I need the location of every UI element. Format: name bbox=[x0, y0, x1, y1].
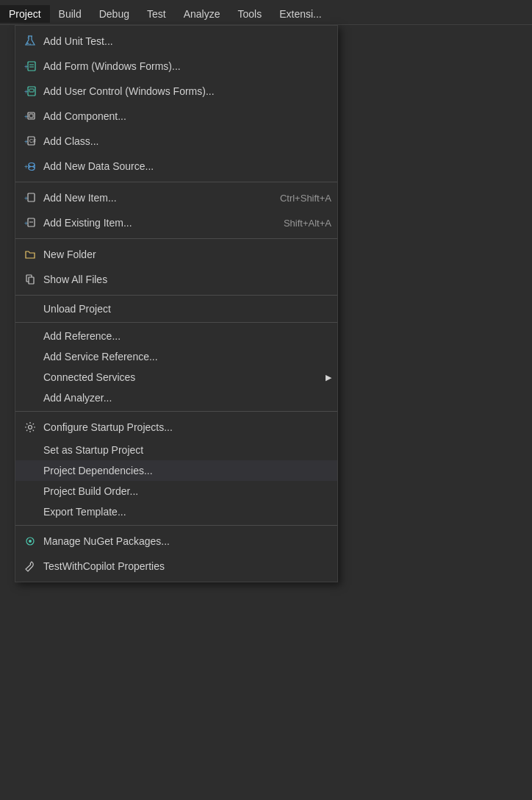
project-dependencies-item[interactable]: Project Dependencies... bbox=[15, 460, 337, 481]
add-new-item-label: Add New Item... bbox=[43, 192, 258, 204]
add-new-item-item[interactable]: + Add New Item... Ctrl+Shift+A bbox=[15, 185, 337, 210]
files-icon bbox=[21, 271, 39, 288]
add-reference-label: Add Reference... bbox=[43, 330, 331, 342]
section-add-items: + Add Unit Test... + Add Form (Windows F… bbox=[15, 26, 337, 182]
add-reference-item[interactable]: Add Reference... bbox=[15, 326, 337, 346]
add-component-label: Add Component... bbox=[43, 110, 331, 122]
unload-project-label: Unload Project bbox=[43, 303, 331, 315]
svg-point-17 bbox=[29, 163, 35, 167]
svg-rect-22 bbox=[28, 193, 35, 201]
show-all-files-label: Show All Files bbox=[43, 274, 331, 285]
menu-debug[interactable]: Debug bbox=[90, 5, 138, 23]
add-form-label: Add Form (Windows Forms)... bbox=[43, 60, 331, 72]
section-add-file: + Add New Item... Ctrl+Shift+A + Add Exi… bbox=[15, 182, 337, 239]
connected-services-item[interactable]: Connected Services ▶ bbox=[15, 367, 337, 388]
section-references: Add Reference... Add Service Reference..… bbox=[15, 323, 337, 412]
menu-build[interactable]: Build bbox=[50, 5, 90, 23]
menu-analyze[interactable]: Analyze bbox=[175, 5, 229, 23]
add-existing-item-label: Add Existing Item... bbox=[43, 217, 262, 229]
add-service-reference-item[interactable]: Add Service Reference... bbox=[15, 346, 337, 367]
svg-text:+: + bbox=[27, 35, 29, 40]
menu-extensions[interactable]: Extensi... bbox=[270, 5, 331, 23]
component-icon: + bbox=[21, 107, 39, 125]
svg-text:C#: C# bbox=[29, 138, 36, 143]
user-control-icon: + bbox=[21, 82, 39, 100]
add-user-control-label: Add User Control (Windows Forms)... bbox=[43, 85, 331, 97]
add-data-source-label: Add New Data Source... bbox=[43, 160, 331, 172]
svg-rect-4 bbox=[28, 62, 35, 71]
add-new-item-shortcut: Ctrl+Shift+A bbox=[280, 193, 331, 204]
project-build-order-item[interactable]: Project Build Order... bbox=[15, 481, 337, 501]
svg-rect-9 bbox=[29, 89, 34, 92]
svg-rect-27 bbox=[29, 277, 34, 284]
connected-services-label: Connected Services bbox=[43, 371, 318, 383]
svg-point-1 bbox=[29, 43, 31, 45]
section-nuget: Manage NuGet Packages... TestWithCopilot… bbox=[15, 526, 337, 582]
class-icon: + C# bbox=[21, 132, 39, 150]
manage-nuget-item[interactable]: Manage NuGet Packages... bbox=[15, 529, 337, 554]
menu-tools[interactable]: Tools bbox=[229, 5, 270, 23]
export-template-item[interactable]: Export Template... bbox=[15, 501, 337, 522]
svg-point-0 bbox=[27, 43, 29, 44]
project-dropdown-menu: + Add Unit Test... + Add Form (Windows F… bbox=[15, 25, 338, 582]
svg-text:+: + bbox=[24, 163, 28, 171]
section-startup: Configure Startup Projects... Set as Sta… bbox=[15, 412, 337, 526]
add-existing-item-item[interactable]: + Add Existing Item... Shift+Alt+A bbox=[15, 210, 337, 235]
show-all-files-item[interactable]: Show All Files bbox=[15, 267, 337, 292]
add-data-source-item[interactable]: + Add New Data Source... bbox=[15, 154, 337, 179]
add-user-control-item[interactable]: + Add User Control (Windows Forms)... bbox=[15, 79, 337, 104]
set-startup-item[interactable]: Set as Startup Project bbox=[15, 440, 337, 460]
add-service-reference-label: Add Service Reference... bbox=[43, 351, 331, 362]
gear-icon bbox=[21, 418, 39, 436]
menu-test[interactable]: Test bbox=[138, 5, 175, 23]
section-unload: Unload Project bbox=[15, 296, 337, 323]
add-component-item[interactable]: + Add Component... bbox=[15, 104, 337, 129]
new-folder-item[interactable]: New Folder bbox=[15, 242, 337, 267]
new-folder-label: New Folder bbox=[43, 249, 331, 260]
svg-rect-12 bbox=[29, 114, 33, 118]
project-dependencies-label: Project Dependencies... bbox=[43, 465, 331, 476]
wrench-icon bbox=[21, 557, 39, 575]
folder-icon bbox=[21, 246, 39, 263]
datasource-icon: + bbox=[21, 157, 39, 175]
section-folder: New Folder Show All Files bbox=[15, 239, 337, 296]
svg-point-28 bbox=[29, 426, 32, 429]
set-startup-label: Set as Startup Project bbox=[43, 444, 331, 456]
project-build-order-label: Project Build Order... bbox=[43, 485, 331, 497]
menu-project[interactable]: Project bbox=[0, 5, 50, 23]
add-unit-test-label: Add Unit Test... bbox=[43, 35, 331, 47]
form-icon: + bbox=[21, 57, 39, 75]
add-analyzer-item[interactable]: Add Analyzer... bbox=[15, 388, 337, 408]
svg-point-20 bbox=[29, 167, 35, 171]
existing-item-icon: + bbox=[21, 214, 39, 232]
configure-startup-label: Configure Startup Projects... bbox=[43, 421, 331, 433]
svg-point-30 bbox=[29, 540, 32, 543]
nuget-icon bbox=[21, 532, 39, 550]
add-unit-test-item[interactable]: + Add Unit Test... bbox=[15, 29, 337, 54]
add-form-item[interactable]: + Add Form (Windows Forms)... bbox=[15, 54, 337, 79]
properties-label: TestWithCopilot Properties bbox=[43, 560, 331, 572]
connected-services-arrow: ▶ bbox=[326, 373, 331, 382]
svg-rect-11 bbox=[28, 113, 35, 119]
add-analyzer-label: Add Analyzer... bbox=[43, 392, 331, 404]
new-item-icon: + bbox=[21, 189, 39, 207]
add-class-label: Add Class... bbox=[43, 135, 331, 147]
unload-project-item[interactable]: Unload Project bbox=[15, 299, 337, 319]
manage-nuget-label: Manage NuGet Packages... bbox=[43, 535, 331, 547]
flask-icon: + bbox=[21, 32, 39, 50]
configure-startup-item[interactable]: Configure Startup Projects... bbox=[15, 415, 337, 440]
add-class-item[interactable]: + C# Add Class... bbox=[15, 129, 337, 154]
properties-item[interactable]: TestWithCopilot Properties bbox=[15, 554, 337, 579]
export-template-label: Export Template... bbox=[43, 506, 331, 518]
add-existing-item-shortcut: Shift+Alt+A bbox=[284, 218, 331, 229]
menu-bar: Project Build Debug Test Analyze Tools E… bbox=[0, 0, 532, 25]
